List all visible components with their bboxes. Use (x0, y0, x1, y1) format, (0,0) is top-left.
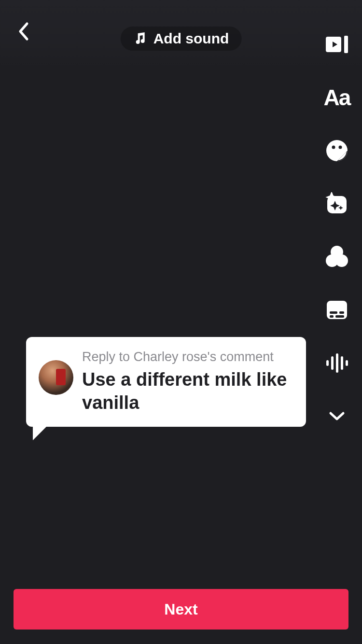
next-button[interactable]: Next (14, 589, 348, 630)
next-button-label: Next (164, 601, 197, 618)
svg-rect-13 (330, 315, 334, 318)
audio-waveform-icon (325, 352, 349, 374)
top-bar: Add sound (0, 0, 362, 68)
back-button[interactable] (13, 21, 34, 42)
svg-rect-15 (326, 360, 329, 366)
reply-comment-sticker[interactable]: Reply to Charley rose's comment Use a di… (26, 337, 306, 427)
effects-button[interactable] (324, 191, 349, 216)
flip-camera-icon (325, 34, 349, 55)
chevron-left-icon (17, 22, 29, 41)
comment-body-text: Use a different milk like vanilla (82, 368, 293, 414)
svg-rect-19 (346, 360, 348, 366)
sticker-face-icon (325, 139, 348, 162)
svg-rect-2 (344, 36, 348, 53)
svg-point-4 (332, 146, 335, 149)
filters-venn-icon (325, 245, 349, 269)
music-note-icon (133, 31, 148, 46)
reply-to-label: Reply to Charley rose's comment (82, 350, 293, 364)
audio-editing-button[interactable] (324, 350, 349, 376)
flip-camera-button[interactable] (324, 32, 349, 57)
svg-rect-14 (335, 315, 344, 318)
speech-bubble-tail-icon (33, 424, 49, 440)
text-aa-icon: Aa (324, 84, 350, 111)
commenter-avatar (39, 360, 73, 395)
comment-bubble: Reply to Charley rose's comment Use a di… (26, 337, 306, 427)
svg-point-9 (335, 254, 348, 267)
svg-rect-17 (336, 353, 338, 373)
captions-icon (326, 300, 348, 320)
bottom-bar: Next (14, 589, 348, 630)
captions-button[interactable] (324, 297, 349, 322)
svg-rect-11 (330, 311, 337, 314)
more-tools-button[interactable] (324, 404, 349, 429)
svg-point-5 (339, 146, 342, 149)
stickers-button[interactable] (324, 138, 349, 163)
sparkle-effects-icon (325, 192, 348, 215)
svg-rect-18 (341, 356, 343, 370)
add-sound-button[interactable]: Add sound (121, 27, 242, 51)
comment-text-block: Reply to Charley rose's comment Use a di… (82, 350, 293, 414)
add-sound-label: Add sound (153, 30, 229, 47)
svg-rect-12 (339, 311, 344, 314)
svg-rect-16 (331, 356, 334, 370)
chevron-down-icon (329, 411, 345, 421)
text-tool-button[interactable]: Aa (324, 85, 349, 110)
filters-button[interactable] (324, 244, 349, 269)
editor-toolbar: Aa (320, 32, 354, 429)
